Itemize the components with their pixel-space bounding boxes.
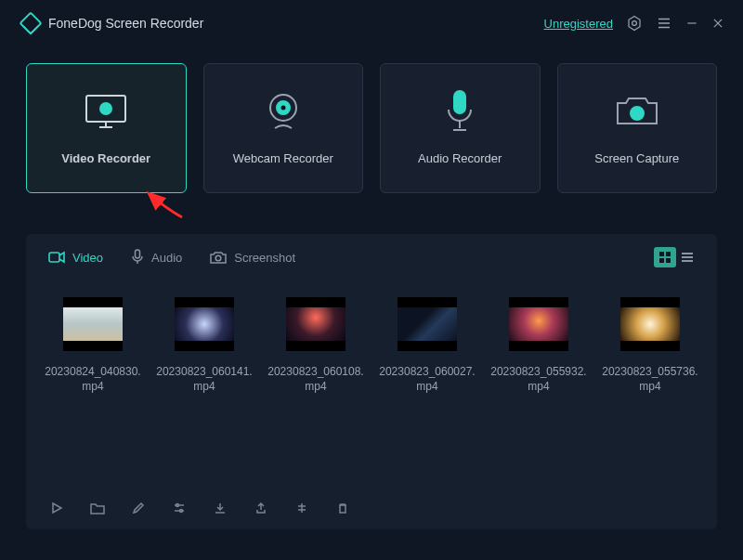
svg-point-22 [215, 255, 221, 261]
delete-button[interactable] [334, 500, 351, 516]
action-bar [26, 488, 717, 529]
titlebar-left: FoneDog Screen Recorder [22, 15, 203, 32]
tab-label: Video [72, 251, 103, 265]
svg-point-18 [631, 107, 644, 120]
share-button[interactable] [253, 500, 269, 516]
file-name: 20230823_055736.mp4 [600, 364, 700, 394]
adjust-button[interactable] [171, 500, 188, 516]
svg-marker-0 [629, 17, 640, 31]
close-button[interactable] [711, 17, 724, 30]
recording-item[interactable]: 20230823_060108.mp4 [266, 297, 366, 394]
app-window: FoneDog Screen Recorder Unregistered [0, 0, 743, 560]
video-icon [48, 251, 65, 264]
svg-rect-20 [136, 250, 140, 258]
view-toggles [654, 247, 698, 267]
webcam-icon [264, 92, 303, 131]
pencil-icon [132, 501, 145, 514]
folder-icon [90, 501, 105, 514]
grid-icon [658, 251, 671, 264]
convert-button[interactable] [293, 500, 310, 516]
tab-label: Audio [151, 251, 182, 265]
list-icon [681, 251, 694, 264]
recording-item[interactable]: 20230823_055932.mp4 [489, 297, 589, 394]
svg-rect-15 [454, 91, 465, 113]
share-icon [254, 501, 267, 514]
svg-rect-19 [49, 253, 59, 262]
mode-video-recorder[interactable]: Video Recorder [26, 63, 187, 193]
recordings-panel: Video Audio Screenshot [26, 234, 717, 529]
tab-video[interactable]: Video [48, 251, 103, 265]
file-name: 20230823_060027.mp4 [377, 364, 477, 394]
edit-button[interactable] [130, 500, 147, 516]
download-icon [214, 501, 227, 514]
mode-cards: Video Recorder Webcam Recorder [0, 45, 743, 201]
mode-label: Screen Capture [594, 151, 679, 165]
panel-tabs: Video Audio Screenshot [26, 234, 717, 275]
mode-label: Audio Recorder [418, 151, 502, 165]
thumbnail [175, 297, 234, 351]
file-name: 20230824_040830.mp4 [43, 364, 143, 394]
grid-view-button[interactable] [654, 247, 676, 267]
mode-screen-capture[interactable]: Screen Capture [557, 63, 718, 193]
tab-screenshot[interactable]: Screenshot [210, 251, 295, 265]
svg-point-14 [280, 105, 285, 110]
camera-icon [614, 92, 660, 131]
svg-rect-24 [666, 252, 671, 256]
titlebar-right: Unregistered [544, 15, 724, 32]
recording-item[interactable]: 20230823_055736.mp4 [600, 297, 700, 394]
gallery: 20230824_040830.mp4 20230823_060141.mp4 … [26, 275, 717, 488]
recording-item[interactable]: 20230823_060141.mp4 [154, 297, 254, 394]
thumbnail [398, 297, 457, 351]
play-button[interactable] [48, 500, 65, 516]
thumbnail [286, 297, 345, 351]
app-logo-icon [19, 11, 42, 34]
microphone-icon [444, 92, 476, 131]
file-name: 20230823_060108.mp4 [266, 364, 366, 394]
trash-icon [336, 501, 349, 514]
settings-icon[interactable] [626, 15, 643, 32]
mode-webcam-recorder[interactable]: Webcam Recorder [203, 63, 364, 193]
mic-small-icon [131, 249, 144, 266]
titlebar: FoneDog Screen Recorder Unregistered [0, 0, 743, 45]
recording-item[interactable]: 20230823_060027.mp4 [377, 297, 477, 394]
recording-item[interactable]: 20230824_040830.mp4 [43, 297, 143, 394]
svg-rect-25 [659, 258, 664, 263]
tabs-left: Video Audio Screenshot [48, 249, 295, 266]
mode-label: Webcam Recorder [233, 151, 333, 165]
file-name: 20230823_060141.mp4 [154, 364, 254, 394]
monitor-record-icon [81, 92, 131, 131]
svg-point-11 [100, 103, 111, 114]
tab-label: Screenshot [234, 251, 295, 265]
sliders-icon [173, 501, 186, 514]
download-button[interactable] [212, 500, 228, 516]
play-icon [50, 501, 63, 514]
convert-icon [295, 501, 308, 514]
mode-label: Video Recorder [61, 151, 150, 165]
folder-button[interactable] [89, 500, 106, 516]
list-view-button[interactable] [676, 247, 698, 267]
minimize-button[interactable] [685, 17, 698, 30]
menu-icon[interactable] [656, 15, 672, 32]
svg-point-1 [632, 21, 637, 26]
thumbnail [509, 297, 568, 351]
svg-rect-23 [659, 252, 664, 256]
tab-audio[interactable]: Audio [131, 249, 182, 266]
thumbnail [620, 297, 680, 351]
unregistered-link[interactable]: Unregistered [544, 17, 613, 31]
app-title: FoneDog Screen Recorder [48, 16, 203, 31]
svg-rect-26 [666, 258, 671, 263]
file-name: 20230823_055932.mp4 [489, 364, 589, 394]
mode-audio-recorder[interactable]: Audio Recorder [380, 63, 541, 193]
camera-small-icon [210, 251, 227, 264]
thumbnail [63, 297, 123, 351]
